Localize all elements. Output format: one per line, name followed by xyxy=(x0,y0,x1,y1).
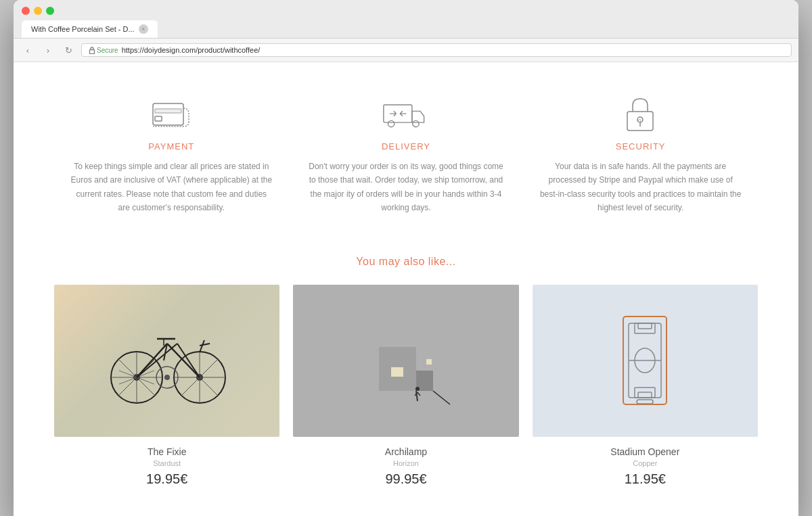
address-bar[interactable]: Secure https://doiydesign.com/product/wi… xyxy=(81,43,792,57)
svg-text:0: 0 xyxy=(638,118,641,124)
products-grid: The Fixie Stardust 19.95€ xyxy=(54,285,758,487)
svg-point-6 xyxy=(413,120,419,126)
product-price-stadium: 11.95€ xyxy=(533,471,758,487)
payment-description: To keep things simple and clear all pric… xyxy=(70,160,273,215)
svg-rect-53 xyxy=(637,400,653,404)
svg-point-5 xyxy=(388,120,394,126)
back-button[interactable]: ‹ xyxy=(20,43,35,57)
refresh-button[interactable]: ↻ xyxy=(61,43,76,57)
url-display: https://doiydesign.com/product/withcoffe… xyxy=(122,46,261,54)
browser-toolbar: ‹ › ↻ Secure https://doiydesign.com/prod… xyxy=(14,39,798,62)
also-like-section: You may also like... xyxy=(54,256,758,487)
svg-rect-4 xyxy=(384,105,412,122)
product-info-fixie: The Fixie Stardust 19.95€ xyxy=(54,446,279,487)
payment-title: Payment xyxy=(148,141,194,151)
product-card-stadium[interactable]: Stadium Opener Copper 11.95€ xyxy=(533,285,758,487)
security-title: Security xyxy=(616,141,666,151)
active-tab[interactable]: With Coffee Porcelain Set - D... × xyxy=(22,20,158,38)
browser-tabs: With Coffee Porcelain Set - D... × xyxy=(22,20,790,38)
secure-badge: Secure xyxy=(89,47,118,54)
product-image-stadium xyxy=(533,285,758,437)
security-icon: 0 xyxy=(617,96,664,133)
security-section: 0 Security Your data is in safe hands. A… xyxy=(539,96,742,215)
product-price-archilamp: 99.95€ xyxy=(293,471,518,487)
svg-rect-50 xyxy=(638,323,652,329)
delivery-icon xyxy=(382,96,430,133)
svg-rect-3 xyxy=(155,116,162,121)
close-button[interactable] xyxy=(22,7,30,15)
product-info-archilamp: Archilamp Horizon 99.95€ xyxy=(293,446,518,487)
product-variant-fixie: Stardust xyxy=(54,459,279,467)
svg-rect-0 xyxy=(90,49,95,53)
traffic-lights xyxy=(22,7,790,15)
svg-rect-1 xyxy=(153,103,183,125)
product-image-archilamp xyxy=(293,285,518,437)
maximize-button[interactable] xyxy=(46,7,54,15)
info-sections: Payment To keep things simple and clear … xyxy=(54,83,758,242)
svg-rect-2 xyxy=(155,109,181,113)
payment-section: Payment To keep things simple and clear … xyxy=(70,96,273,215)
svg-point-42 xyxy=(415,387,420,391)
delivery-section: Delivery Don't worry your order is on it… xyxy=(304,96,508,215)
tab-close-button[interactable]: × xyxy=(139,24,148,34)
product-price-fixie: 19.95€ xyxy=(54,471,279,487)
page-content: Payment To keep things simple and clear … xyxy=(14,62,798,516)
product-name-fixie: The Fixie xyxy=(54,446,279,457)
secure-label: Secure xyxy=(97,47,118,54)
svg-rect-38 xyxy=(391,367,403,377)
svg-point-35 xyxy=(164,375,170,380)
product-info-stadium: Stadium Opener Copper 11.95€ xyxy=(533,446,758,487)
svg-rect-39 xyxy=(426,359,432,365)
forward-button[interactable]: › xyxy=(41,43,55,57)
svg-line-33 xyxy=(200,344,210,346)
tab-title: With Coffee Porcelain Set - D... xyxy=(31,25,135,33)
security-description: Your data is in safe hands. All the paym… xyxy=(539,160,742,215)
payment-icon xyxy=(148,96,195,133)
delivery-description: Don't worry your order is on its way, go… xyxy=(304,160,508,215)
minimize-button[interactable] xyxy=(34,7,42,15)
browser-window: With Coffee Porcelain Set - D... × ‹ › ↻… xyxy=(14,0,798,516)
browser-chrome: With Coffee Porcelain Set - D... × xyxy=(14,0,798,39)
product-image-fixie xyxy=(54,285,279,437)
product-card-fixie[interactable]: The Fixie Stardust 19.95€ xyxy=(54,285,279,487)
product-variant-stadium: Copper xyxy=(533,459,758,467)
product-name-stadium: Stadium Opener xyxy=(533,446,758,457)
svg-line-27 xyxy=(137,344,177,377)
product-name-archilamp: Archilamp xyxy=(293,446,518,457)
also-like-heading: You may also like... xyxy=(54,256,758,268)
svg-line-32 xyxy=(200,340,204,352)
product-variant-archilamp: Horizon xyxy=(293,459,518,467)
svg-line-40 xyxy=(433,391,450,404)
svg-rect-52 xyxy=(638,392,652,398)
product-card-archilamp[interactable]: Archilamp Horizon 99.95€ xyxy=(293,285,518,487)
delivery-title: Delivery xyxy=(382,141,430,151)
svg-line-44 xyxy=(418,392,420,396)
